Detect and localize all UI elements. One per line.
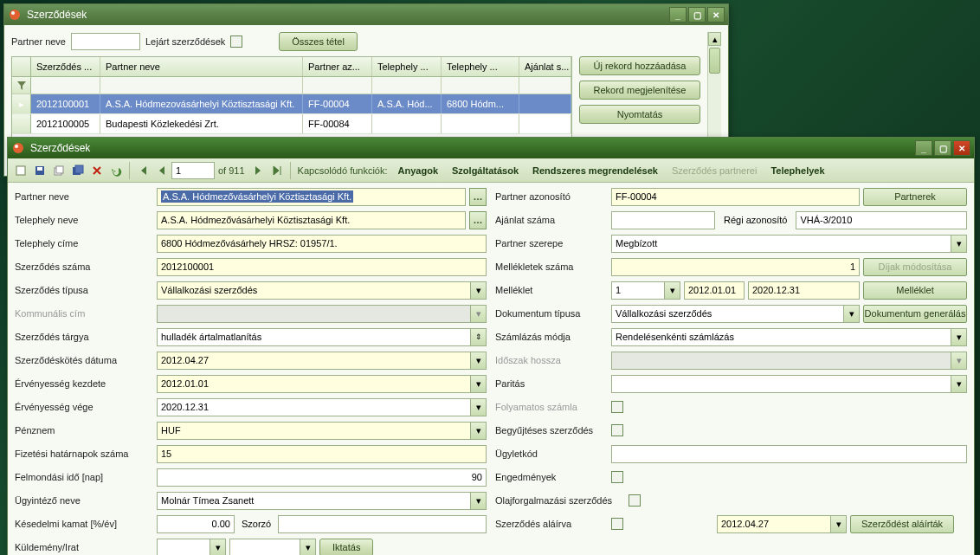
next-page-icon[interactable] — [248, 161, 268, 180]
col-header[interactable]: Telephely ... — [442, 57, 519, 76]
payment-deadline-field[interactable]: 15 — [157, 445, 487, 463]
deal-code-field[interactable] — [611, 445, 967, 463]
site-name-field[interactable]: A.S.A. Hódmezővásárhelyi Köztisztasági K… — [157, 211, 466, 229]
maximize-button[interactable]: ▢ — [934, 140, 951, 156]
delete-icon[interactable] — [87, 161, 106, 180]
attachment-to-field[interactable]: 2020.12.31 — [748, 281, 860, 300]
titlebar[interactable]: Szerződések _ ▢ ✕ — [8, 138, 974, 158]
minimize-button[interactable]: _ — [915, 140, 932, 156]
attachment-button[interactable]: Melléklet — [863, 281, 967, 300]
chevron-down-icon[interactable]: ▾ — [470, 352, 486, 369]
partner-role-select[interactable]: Megbízott▾ — [611, 235, 967, 253]
prev-page-icon[interactable] — [152, 161, 171, 180]
maximize-button[interactable]: ▢ — [688, 7, 706, 23]
site-lookup-button[interactable]: … — [469, 211, 487, 229]
old-id-field[interactable]: VHÁ-3/2010 — [796, 211, 967, 229]
billing-mode-select[interactable]: Rendelésenkénti számlázás▾ — [611, 328, 967, 346]
oil-trading-checkbox[interactable] — [629, 494, 641, 507]
document-type-select[interactable]: Vállalkozási szerződés▾ — [611, 305, 860, 323]
chevron-down-icon[interactable]: ▾ — [951, 329, 966, 345]
administrator-select[interactable]: Molnár Tímea Zsanett▾ — [157, 492, 487, 510]
scroll-up-icon[interactable]: ▴ — [708, 32, 721, 46]
register-button[interactable]: Iktatás — [319, 539, 373, 556]
doc-select[interactable]: ▾ — [229, 539, 316, 556]
currency-select[interactable]: HUF▾ — [157, 422, 487, 440]
chevron-down-icon[interactable]: ▾ — [951, 236, 966, 252]
contract-number-field[interactable]: 2012100001 — [157, 258, 487, 276]
expired-contracts-checkbox[interactable] — [230, 35, 242, 48]
partner-name-field[interactable]: A.S.A. Hódmezővásárhelyi Köztisztasági K… — [157, 188, 466, 206]
attachment-from-field[interactable]: 2012.01.01 — [684, 281, 745, 300]
late-interest-field[interactable]: 0.00 — [157, 515, 235, 533]
undo-icon[interactable] — [106, 161, 126, 180]
titlebar[interactable]: Szerződések _ ▢ ✕ — [4, 4, 728, 25]
print-button[interactable]: Nyomtatás — [579, 105, 700, 124]
chevron-down-icon[interactable]: ▾ — [210, 539, 225, 556]
last-page-icon[interactable] — [268, 161, 287, 180]
contract-signed-checkbox[interactable] — [611, 518, 623, 530]
shipment-select[interactable]: ▾ — [157, 539, 226, 556]
close-button[interactable]: ✕ — [953, 140, 970, 156]
services-link[interactable]: Szolgáltatások — [445, 165, 525, 176]
chevron-down-icon[interactable]: ▾ — [470, 376, 486, 392]
save-icon[interactable] — [30, 161, 49, 180]
scroll-thumb[interactable] — [709, 48, 720, 74]
col-header[interactable]: Partner neve — [100, 57, 303, 76]
attachment-index-select[interactable]: 1▾ — [611, 281, 680, 300]
chevron-down-icon[interactable]: ▾ — [300, 539, 315, 556]
table-row[interactable]: ▸ 2012100001 A.S.A. Hódmezovásárhelyi Kö… — [12, 94, 571, 114]
contract-subject-field[interactable]: hulladék ártalmatlanítás⇕ — [157, 328, 487, 346]
discounts-checkbox[interactable] — [611, 471, 623, 483]
materials-link[interactable]: Anyagok — [391, 165, 445, 176]
contract-subject-label: Szerződés tárgya — [15, 332, 153, 342]
minimize-button[interactable]: _ — [669, 7, 687, 23]
partner-id-field[interactable]: FF-00004 — [611, 188, 860, 206]
partner-name-filter-input[interactable] — [71, 33, 140, 50]
expand-icon[interactable]: ⇕ — [470, 329, 486, 345]
first-page-icon[interactable] — [133, 161, 152, 180]
page-number-input[interactable] — [171, 162, 215, 179]
chevron-down-icon[interactable]: ▾ — [664, 282, 680, 299]
attachments-count-field[interactable]: 1 — [611, 258, 860, 276]
chevron-down-icon[interactable]: ▾ — [470, 493, 486, 509]
chevron-down-icon[interactable]: ▾ — [951, 376, 966, 392]
new-icon[interactable] — [11, 161, 30, 180]
contract-date-field[interactable]: 2012.04.27▾ — [157, 352, 487, 370]
parity-select[interactable]: ▾ — [611, 375, 967, 393]
chevron-down-icon[interactable]: ▾ — [830, 516, 846, 532]
show-record-button[interactable]: Rekord megjelenítése — [579, 81, 700, 100]
signed-date-field[interactable]: 2012.04.27▾ — [717, 515, 847, 533]
chevron-down-icon[interactable]: ▾ — [843, 306, 859, 322]
close-button[interactable]: ✕ — [707, 7, 725, 23]
validity-end-field[interactable]: 2020.12.31▾ — [157, 398, 487, 416]
partner-lookup-button[interactable]: … — [469, 188, 487, 206]
col-header[interactable]: Szerződés ... — [31, 57, 100, 76]
multiplier-field[interactable] — [278, 515, 487, 533]
continuous-invoice-checkbox[interactable] — [611, 401, 623, 413]
generate-document-button[interactable]: Dokumentum generálás — [863, 305, 967, 323]
col-header[interactable]: Telephely ... — [372, 57, 442, 76]
chevron-down-icon[interactable]: ▾ — [470, 399, 486, 416]
col-header[interactable]: Ajánlat s... — [519, 57, 571, 76]
contract-type-select[interactable]: Vállalkozási szerződés▾ — [157, 281, 487, 300]
contract-signed-button[interactable]: Szerződést aláírták — [850, 515, 954, 533]
all-items-button[interactable]: Összes tétel — [279, 32, 358, 51]
modify-fees-button[interactable]: Díjak módosítása — [863, 258, 967, 276]
partners-button[interactable]: Partnerek — [863, 188, 967, 206]
table-row[interactable]: 2012100005 Budapesti Közlekedési Zrt. FF… — [12, 114, 571, 134]
chevron-down-icon[interactable]: ▾ — [470, 282, 486, 299]
validity-start-field[interactable]: 2012.01.01▾ — [157, 375, 487, 393]
notice-period-field[interactable]: 90 — [157, 468, 487, 487]
quote-number-field[interactable] — [611, 211, 715, 229]
col-header[interactable]: Partner az... — [303, 57, 372, 76]
collection-contract-checkbox[interactable] — [611, 424, 623, 436]
copy-icon[interactable] — [49, 161, 68, 180]
administrator-label: Ügyintéző neve — [15, 495, 153, 506]
save-all-icon[interactable] — [68, 161, 87, 180]
attachments-count-label: Mellékletek száma — [495, 261, 608, 272]
chevron-down-icon[interactable]: ▾ — [470, 423, 486, 439]
filter-row-indicator[interactable] — [12, 77, 31, 94]
regular-orders-link[interactable]: Rendszeres megrendelések — [525, 165, 665, 176]
sites-link[interactable]: Telephelyek — [764, 165, 831, 176]
add-record-button[interactable]: Új rekord hozzáadása — [579, 56, 700, 75]
